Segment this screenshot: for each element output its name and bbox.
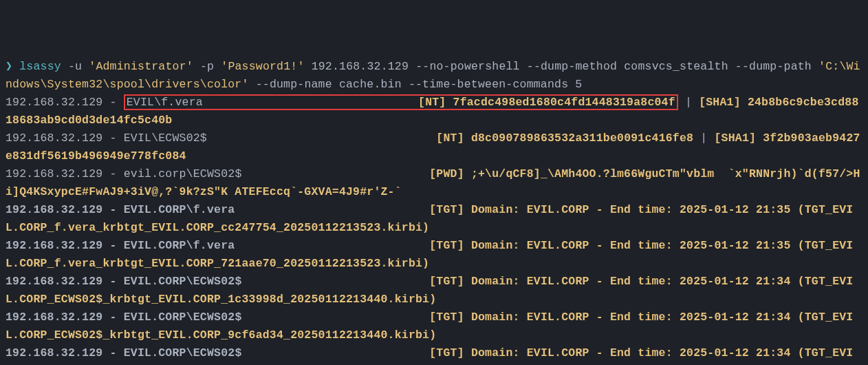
hash-value: 7facdc498ed1680c4fd1448319a8c04f xyxy=(453,96,675,109)
hash-tag: [TGT] xyxy=(429,275,464,288)
target-ip: 192.168.32.129 xyxy=(312,60,409,73)
sep: - xyxy=(102,203,123,216)
hash-tag2: [SHA1] xyxy=(714,132,756,145)
hash-value: ;+\u/qCF8]_\AMh4OO.?lm66WguCTm"vblm `x"R… xyxy=(6,167,860,365)
opts1: --no-powershell --dump-method comsvcs_st… xyxy=(415,60,812,73)
pad xyxy=(203,96,418,109)
sep: - xyxy=(102,132,123,145)
pad xyxy=(235,203,422,216)
hash-tag: [NT] xyxy=(436,132,464,145)
pad xyxy=(241,311,422,324)
pad xyxy=(235,239,422,252)
output-ip: 192.168.32.129 xyxy=(6,167,102,180)
sep: - xyxy=(102,275,123,288)
sep: - xyxy=(102,346,123,359)
prompt-icon: ❯ xyxy=(6,60,12,73)
hash-value: d8c090789863532a311be0091c416fe8 xyxy=(471,132,693,145)
terminal-output: ❯ lsassy -u 'Administrator' -p 'Password… xyxy=(6,58,862,365)
output-ip: 192.168.32.129 xyxy=(6,311,102,324)
opts2: --dump-name cache.bin --time-between-com… xyxy=(256,78,583,91)
hash-tag: [TGT] xyxy=(429,239,464,252)
output-user: EVIL\f.vera xyxy=(127,96,203,109)
sep: - xyxy=(102,311,123,324)
hash-tag: [TGT] xyxy=(429,311,464,324)
flag-p: -p xyxy=(200,60,214,73)
pad xyxy=(241,275,422,288)
sep: - xyxy=(102,167,123,180)
flag-u: -u xyxy=(68,60,82,73)
output-ip: 192.168.32.129 xyxy=(6,275,102,288)
output-ip: 192.168.32.129 xyxy=(6,96,102,109)
output-user: EVIL.CORP\ECWS02$ xyxy=(124,275,242,288)
output-ip: 192.168.32.129 xyxy=(6,239,102,252)
pad xyxy=(241,346,422,359)
arg-pass: 'Password1!' xyxy=(221,60,304,73)
highlighted-credential: EVIL\f.vera [NT] 7facdc498ed1680c4fd1448… xyxy=(124,94,678,110)
pad xyxy=(207,132,429,145)
output-user: EVIL\ECWS02$ xyxy=(124,132,207,145)
output-user: evil.corp\ECWS02$ xyxy=(124,167,242,180)
output-ip: 192.168.32.129 xyxy=(6,132,102,145)
output-user: EVIL.CORP\ECWS02$ xyxy=(124,346,242,359)
command-bin: lsassy xyxy=(19,60,61,73)
sep: - xyxy=(102,96,123,109)
pad xyxy=(241,167,422,180)
hash-tag: [TGT] xyxy=(429,203,464,216)
output-ip: 192.168.32.129 xyxy=(6,346,102,359)
hash-tag: [NT] xyxy=(418,96,446,109)
pipe: | xyxy=(678,96,699,109)
hash-tag: [PWD] xyxy=(429,167,464,180)
output-ip: 192.168.32.129 xyxy=(6,203,102,216)
hash-tag: [TGT] xyxy=(429,346,464,359)
output-user: EVIL.CORP\f.vera xyxy=(124,239,235,252)
output-user: EVIL.CORP\f.vera xyxy=(124,203,235,216)
pipe: | xyxy=(693,132,714,145)
output-lines: 192.168.32.129 - EVIL\f.vera [NT] 7facdc… xyxy=(6,94,862,365)
hash-tag2: [SHA1] xyxy=(699,96,741,109)
arg-user: 'Administrator' xyxy=(89,60,193,73)
output-user: EVIL.CORP\ECWS02$ xyxy=(124,311,242,324)
sep: - xyxy=(102,239,123,252)
